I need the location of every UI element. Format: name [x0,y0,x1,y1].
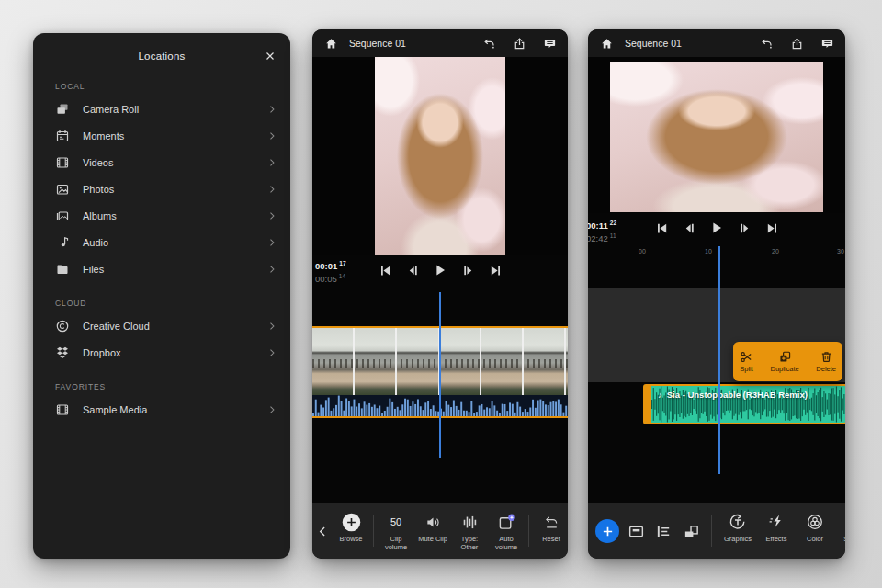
overlay-track-icon [628,523,645,540]
location-item-videos[interactable]: Videos [33,149,290,175]
play-button[interactable] [433,263,448,278]
chevron-left-icon [317,526,329,537]
skip-start-icon [655,221,669,235]
location-item-camera-roll[interactable]: Camera Roll [33,96,290,122]
share-button[interactable] [787,34,806,52]
photos-icon [55,182,70,197]
playhead[interactable] [439,292,441,458]
split-button[interactable]: Split [740,350,753,373]
timeline[interactable]: ♪ Sia - Unstoppable (R3HAB Remix) Split … [588,263,845,533]
divider [528,515,529,547]
color-icon [806,513,824,531]
share-button[interactable] [510,34,528,52]
skip-end-button[interactable] [488,263,503,278]
location-item-creative-cloud[interactable]: Creative Cloud [33,312,290,339]
frame-back-button[interactable] [682,220,697,236]
picture-in-picture-button[interactable] [680,520,702,542]
chevron-right-icon [266,157,277,168]
track-list-button[interactable] [652,520,674,542]
location-item-moments[interactable]: Moments [33,122,290,149]
frame-back-icon [683,221,696,235]
effects-tool[interactable]: Effects [760,503,793,559]
program-monitor [588,57,845,213]
location-item-photos[interactable]: Photos [33,175,290,202]
feedback-button[interactable] [540,34,559,52]
editor-header: Sequence 01 [588,29,845,57]
timeline[interactable] [312,285,568,503]
home-button[interactable] [597,34,616,52]
frame-forward-button[interactable] [737,220,752,236]
chevron-right-icon [266,237,277,248]
chevron-right-icon [266,130,277,141]
location-label: Moments [83,130,254,141]
transport-bar: 00:0117 00:0514 [312,255,568,285]
skip-end-button[interactable] [764,220,780,236]
share-icon [513,37,526,51]
undo-icon [760,37,774,51]
auto-volume-icon [498,514,515,531]
location-item-sample-media[interactable]: Sample Media [33,396,290,423]
ruler-tick: 30 [837,248,844,254]
playhead[interactable] [718,246,720,474]
undo-button[interactable] [757,34,775,52]
chevron-right-icon [266,104,277,115]
share-icon [790,37,804,51]
section-label-favorites: FAVORITES [33,379,290,396]
creative-cloud-icon [55,319,70,334]
location-label: Files [83,264,254,275]
edit-toolbar: Graphics Effects Color Speed Audio [588,503,845,559]
clip-volume-control[interactable]: 50 Clip volume [378,503,414,559]
chevron-right-icon [266,210,277,221]
frame-back-button[interactable] [405,263,421,278]
play-button[interactable] [709,220,725,236]
color-tool[interactable]: Color [798,503,831,559]
frame-forward-icon [738,221,752,235]
program-monitor [312,57,568,255]
duplicate-button[interactable]: Duplicate [771,350,799,373]
auto-volume-button[interactable]: Auto volume [488,503,525,559]
speed-tool[interactable]: Speed [837,503,845,559]
browse-button[interactable]: Browse [333,503,369,559]
play-icon [709,220,724,235]
mute-clip-button[interactable]: Mute Clip [414,503,451,559]
location-item-files[interactable]: Files [33,255,290,282]
undo-button[interactable] [480,34,498,52]
chevron-right-icon [266,347,277,358]
chevron-right-icon [266,264,277,275]
comment-icon [820,37,834,51]
add-media-button[interactable] [595,519,619,543]
location-item-audio[interactable]: Audio [33,229,290,255]
clip-trim-handle[interactable] [645,386,651,423]
feedback-button[interactable] [818,34,836,52]
skip-start-button[interactable] [654,220,670,236]
audio-clip-title: ♪ Sia - Unstoppable (R3HAB Remix) [658,390,808,400]
divider [373,515,374,547]
clip-volume-value: 50 [390,512,401,532]
track-list-icon [655,523,673,540]
ruler-tick: 00 [639,248,646,254]
effects-icon [767,513,786,531]
reset-button[interactable]: Reset [533,503,568,559]
close-icon [264,50,277,62]
home-icon [324,37,338,51]
frame-forward-button[interactable] [460,263,476,278]
speed-icon [844,513,845,531]
timeline-ruler[interactable]: 00 10 20 30 [588,243,845,263]
back-button[interactable] [312,503,333,559]
location-item-dropbox[interactable]: Dropbox [33,339,290,366]
chevron-right-icon [266,321,277,332]
close-button[interactable] [259,45,281,67]
delete-button[interactable]: Delete [816,350,836,373]
skip-start-button[interactable] [378,263,393,278]
audio-clip-selected[interactable]: ♪ Sia - Unstoppable (R3HAB Remix) [643,384,845,424]
videos-icon [55,155,70,170]
sequence-title: Sequence 01 [349,38,472,49]
location-item-albums[interactable]: Albums [33,202,290,229]
overlay-track-button[interactable] [625,520,647,542]
home-button[interactable] [322,34,340,52]
sequence-title: Sequence 01 [625,38,750,49]
undo-icon [482,37,496,51]
duplicate-icon [778,350,792,364]
graphics-tool[interactable]: Graphics [721,503,754,559]
clip-type-button[interactable]: Type: Other [451,503,488,559]
